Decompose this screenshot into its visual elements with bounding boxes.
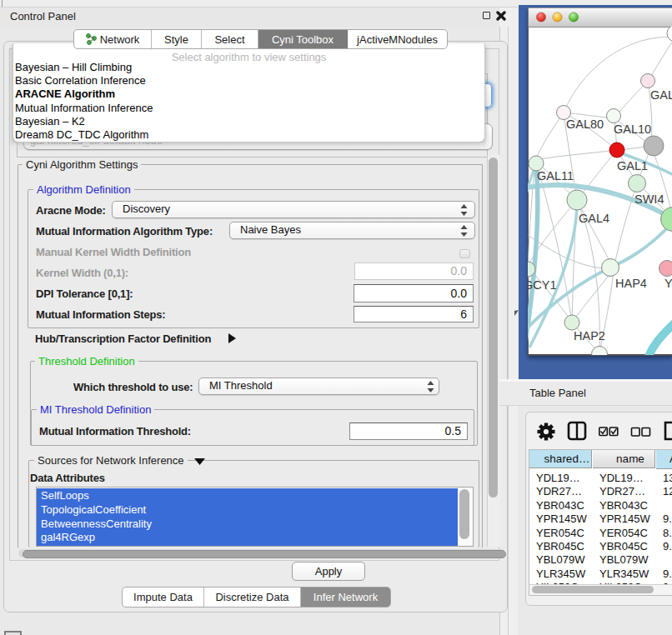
svg-text:GAL10: GAL10 [614, 122, 651, 136]
svg-text:GAL1: GAL1 [617, 159, 648, 172]
svg-text:GAL80: GAL80 [566, 118, 604, 131]
svg-text:SWI4: SWI4 [634, 192, 664, 206]
svg-text:Y: Y [664, 277, 672, 290]
svg-text:HAP4: HAP4 [615, 277, 647, 290]
svg-text:GAL7: GAL7 [650, 88, 672, 102]
svg-text:GAL11: GAL11 [537, 169, 574, 182]
svg-text:HAP2: HAP2 [574, 329, 605, 342]
svg-text:GCY1: GCY1 [528, 278, 557, 292]
svg-text:GAL4: GAL4 [579, 212, 609, 225]
